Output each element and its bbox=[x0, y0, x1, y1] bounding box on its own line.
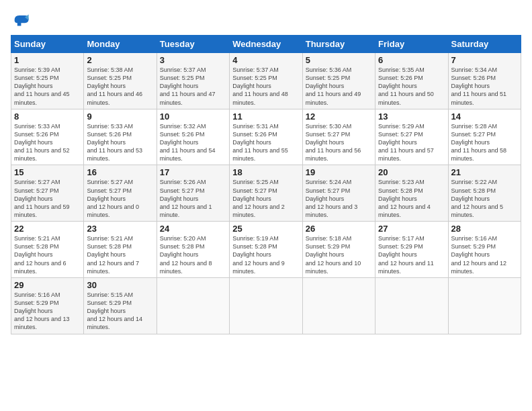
day-number: 30 bbox=[87, 280, 153, 290]
day-info: Sunrise: 5:32 AMSunset: 5:26 PMDaylight … bbox=[160, 123, 216, 163]
logo bbox=[11, 11, 32, 30]
col-header-saturday: Saturday bbox=[448, 36, 521, 53]
calendar-week-row: 1Sunrise: 5:39 AMSunset: 5:25 PMDaylight… bbox=[11, 53, 521, 109]
calendar-day-cell: 26Sunrise: 5:18 AMSunset: 5:29 PMDayligh… bbox=[302, 222, 375, 278]
calendar-day-cell: 1Sunrise: 5:39 AMSunset: 5:25 PMDaylight… bbox=[11, 53, 84, 109]
calendar-day-cell: 8Sunrise: 5:33 AMSunset: 5:26 PMDaylight… bbox=[11, 109, 84, 165]
calendar-day-cell: 17Sunrise: 5:26 AMSunset: 5:27 PMDayligh… bbox=[157, 165, 229, 222]
calendar-day-cell: 29Sunrise: 5:16 AMSunset: 5:29 PMDayligh… bbox=[11, 277, 84, 334]
day-info: Sunrise: 5:35 AMSunset: 5:26 PMDaylight … bbox=[378, 66, 434, 106]
day-info: Sunrise: 5:37 AMSunset: 5:25 PMDaylight … bbox=[232, 66, 288, 106]
day-number: 9 bbox=[87, 111, 153, 122]
day-info: Sunrise: 5:16 AMSunset: 5:29 PMDaylight … bbox=[451, 235, 507, 275]
day-info: Sunrise: 5:17 AMSunset: 5:29 PMDaylight … bbox=[378, 235, 434, 275]
day-info: Sunrise: 5:25 AMSunset: 5:27 PMDaylight … bbox=[232, 179, 285, 218]
calendar-week-row: 29Sunrise: 5:16 AMSunset: 5:29 PMDayligh… bbox=[11, 277, 521, 334]
col-header-friday: Friday bbox=[375, 36, 448, 53]
calendar-empty-cell bbox=[375, 277, 448, 334]
day-info: Sunrise: 5:24 AMSunset: 5:27 PMDaylight … bbox=[306, 179, 358, 218]
calendar-day-cell: 28Sunrise: 5:16 AMSunset: 5:29 PMDayligh… bbox=[448, 222, 521, 278]
day-number: 12 bbox=[306, 111, 372, 122]
calendar-day-cell: 21Sunrise: 5:22 AMSunset: 5:28 PMDayligh… bbox=[448, 165, 521, 222]
calendar-day-cell: 5Sunrise: 5:36 AMSunset: 5:25 PMDaylight… bbox=[302, 53, 375, 109]
day-number: 26 bbox=[306, 224, 372, 234]
day-info: Sunrise: 5:27 AMSunset: 5:27 PMDaylight … bbox=[14, 179, 70, 218]
day-number: 1 bbox=[14, 55, 81, 65]
day-info: Sunrise: 5:38 AMSunset: 5:25 PMDaylight … bbox=[87, 66, 142, 106]
col-header-wednesday: Wednesday bbox=[230, 36, 302, 53]
calendar-header-row: SundayMondayTuesdayWednesdayThursdayFrid… bbox=[11, 36, 521, 53]
day-info: Sunrise: 5:23 AMSunset: 5:28 PMDaylight … bbox=[378, 179, 431, 218]
col-header-monday: Monday bbox=[84, 36, 157, 53]
day-info: Sunrise: 5:20 AMSunset: 5:28 PMDaylight … bbox=[160, 235, 212, 275]
day-number: 7 bbox=[451, 55, 518, 65]
header bbox=[11, 11, 521, 30]
day-info: Sunrise: 5:29 AMSunset: 5:27 PMDaylight … bbox=[378, 123, 434, 163]
day-number: 16 bbox=[87, 167, 153, 177]
day-info: Sunrise: 5:30 AMSunset: 5:27 PMDaylight … bbox=[306, 123, 361, 163]
day-number: 2 bbox=[87, 55, 153, 65]
day-info: Sunrise: 5:31 AMSunset: 5:26 PMDaylight … bbox=[232, 123, 288, 163]
calendar-day-cell: 12Sunrise: 5:30 AMSunset: 5:27 PMDayligh… bbox=[302, 109, 375, 165]
day-number: 11 bbox=[232, 111, 299, 122]
day-number: 4 bbox=[232, 55, 299, 65]
day-number: 23 bbox=[87, 224, 153, 234]
day-number: 24 bbox=[160, 224, 226, 234]
day-number: 15 bbox=[14, 167, 81, 177]
day-info: Sunrise: 5:19 AMSunset: 5:28 PMDaylight … bbox=[232, 235, 285, 275]
calendar-day-cell: 25Sunrise: 5:19 AMSunset: 5:28 PMDayligh… bbox=[230, 222, 302, 278]
day-info: Sunrise: 5:33 AMSunset: 5:26 PMDaylight … bbox=[87, 123, 142, 163]
calendar-day-cell: 6Sunrise: 5:35 AMSunset: 5:26 PMDaylight… bbox=[375, 53, 448, 109]
day-info: Sunrise: 5:34 AMSunset: 5:26 PMDaylight … bbox=[451, 66, 507, 106]
day-info: Sunrise: 5:22 AMSunset: 5:28 PMDaylight … bbox=[451, 179, 504, 218]
day-number: 19 bbox=[306, 167, 372, 177]
day-number: 27 bbox=[378, 224, 445, 234]
page-container: SundayMondayTuesdayWednesdayThursdayFrid… bbox=[0, 0, 532, 340]
calendar-week-row: 15Sunrise: 5:27 AMSunset: 5:27 PMDayligh… bbox=[11, 165, 521, 222]
day-number: 3 bbox=[160, 55, 226, 65]
calendar-table: SundayMondayTuesdayWednesdayThursdayFrid… bbox=[11, 35, 521, 334]
calendar-empty-cell bbox=[448, 277, 521, 334]
calendar-day-cell: 18Sunrise: 5:25 AMSunset: 5:27 PMDayligh… bbox=[230, 165, 302, 222]
day-info: Sunrise: 5:21 AMSunset: 5:28 PMDaylight … bbox=[87, 235, 139, 275]
day-number: 6 bbox=[378, 55, 445, 65]
calendar-day-cell: 10Sunrise: 5:32 AMSunset: 5:26 PMDayligh… bbox=[157, 109, 229, 165]
day-number: 29 bbox=[14, 280, 81, 290]
day-number: 17 bbox=[160, 167, 226, 177]
col-header-thursday: Thursday bbox=[302, 36, 375, 53]
calendar-day-cell: 3Sunrise: 5:37 AMSunset: 5:25 PMDaylight… bbox=[157, 53, 229, 109]
day-number: 8 bbox=[14, 111, 81, 122]
calendar-week-row: 8Sunrise: 5:33 AMSunset: 5:26 PMDaylight… bbox=[11, 109, 521, 165]
logo-icon bbox=[11, 11, 30, 30]
day-info: Sunrise: 5:21 AMSunset: 5:28 PMDaylight … bbox=[14, 235, 66, 275]
day-info: Sunrise: 5:28 AMSunset: 5:27 PMDaylight … bbox=[451, 123, 507, 163]
day-number: 22 bbox=[14, 224, 81, 234]
calendar-day-cell: 30Sunrise: 5:15 AMSunset: 5:29 PMDayligh… bbox=[84, 277, 157, 334]
day-number: 13 bbox=[378, 111, 445, 122]
calendar-day-cell: 15Sunrise: 5:27 AMSunset: 5:27 PMDayligh… bbox=[11, 165, 84, 222]
calendar-day-cell: 23Sunrise: 5:21 AMSunset: 5:28 PMDayligh… bbox=[84, 222, 157, 278]
calendar-day-cell: 4Sunrise: 5:37 AMSunset: 5:25 PMDaylight… bbox=[230, 53, 302, 109]
day-info: Sunrise: 5:39 AMSunset: 5:25 PMDaylight … bbox=[14, 66, 70, 106]
col-header-tuesday: Tuesday bbox=[157, 36, 229, 53]
day-info: Sunrise: 5:36 AMSunset: 5:25 PMDaylight … bbox=[306, 66, 361, 106]
calendar-empty-cell bbox=[230, 277, 302, 334]
calendar-day-cell: 7Sunrise: 5:34 AMSunset: 5:26 PMDaylight… bbox=[448, 53, 521, 109]
calendar-day-cell: 24Sunrise: 5:20 AMSunset: 5:28 PMDayligh… bbox=[157, 222, 229, 278]
day-number: 20 bbox=[378, 167, 445, 177]
day-info: Sunrise: 5:27 AMSunset: 5:27 PMDaylight … bbox=[87, 179, 139, 218]
calendar-day-cell: 20Sunrise: 5:23 AMSunset: 5:28 PMDayligh… bbox=[375, 165, 448, 222]
calendar-empty-cell bbox=[302, 277, 375, 334]
day-number: 25 bbox=[232, 224, 299, 234]
calendar-day-cell: 13Sunrise: 5:29 AMSunset: 5:27 PMDayligh… bbox=[375, 109, 448, 165]
calendar-day-cell: 14Sunrise: 5:28 AMSunset: 5:27 PMDayligh… bbox=[448, 109, 521, 165]
day-number: 14 bbox=[451, 111, 518, 122]
day-info: Sunrise: 5:26 AMSunset: 5:27 PMDaylight … bbox=[160, 179, 212, 218]
day-info: Sunrise: 5:37 AMSunset: 5:25 PMDaylight … bbox=[160, 66, 216, 106]
col-header-sunday: Sunday bbox=[11, 36, 84, 53]
calendar-day-cell: 19Sunrise: 5:24 AMSunset: 5:27 PMDayligh… bbox=[302, 165, 375, 222]
day-info: Sunrise: 5:33 AMSunset: 5:26 PMDaylight … bbox=[14, 123, 70, 163]
day-number: 10 bbox=[160, 111, 226, 122]
calendar-day-cell: 11Sunrise: 5:31 AMSunset: 5:26 PMDayligh… bbox=[230, 109, 302, 165]
calendar-day-cell: 16Sunrise: 5:27 AMSunset: 5:27 PMDayligh… bbox=[84, 165, 157, 222]
